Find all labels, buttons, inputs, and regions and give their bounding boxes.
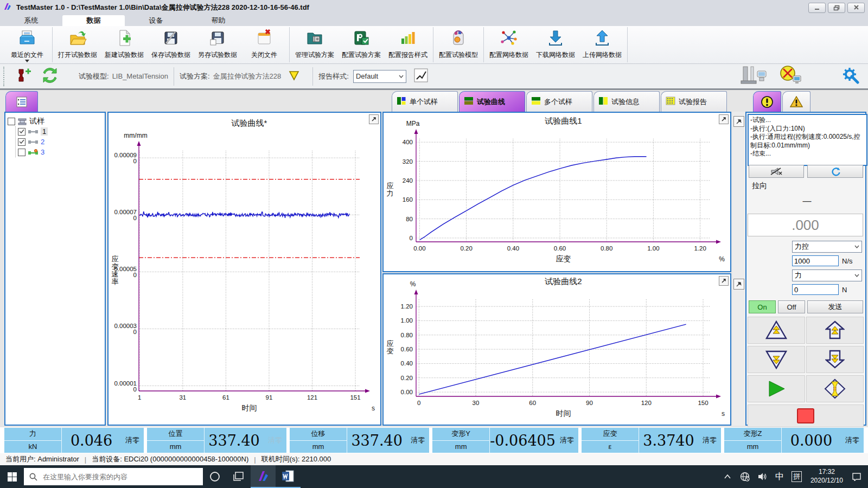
notification-center-button[interactable] bbox=[848, 465, 865, 488]
fast-down-button[interactable] bbox=[748, 346, 805, 373]
download-network-button[interactable]: 下载网络数据 bbox=[532, 27, 579, 62]
plan-dropdown-button[interactable] bbox=[289, 70, 299, 82]
menu-device[interactable]: 设备 bbox=[125, 15, 187, 26]
reconnect-button[interactable] bbox=[807, 165, 863, 178]
divider bbox=[174, 67, 174, 86]
rate-input[interactable] bbox=[792, 255, 839, 266]
target-input[interactable] bbox=[792, 284, 839, 295]
tab-test-curve[interactable]: 试验曲线 bbox=[459, 91, 525, 112]
tab-test-report[interactable]: 试验报告 bbox=[661, 91, 727, 112]
send-button[interactable]: 发送 bbox=[807, 300, 863, 313]
specimen-1-checkbox[interactable] bbox=[18, 128, 25, 136]
tree-root[interactable]: 试样 bbox=[8, 116, 103, 126]
config-plan-button[interactable]: 配置试验方案 bbox=[338, 27, 385, 62]
pin-button[interactable] bbox=[733, 116, 744, 127]
start-button[interactable] bbox=[0, 465, 24, 488]
clear-position-button[interactable]: 清零 bbox=[264, 428, 286, 453]
clear-displacement-button[interactable]: 清零 bbox=[406, 428, 429, 453]
clear-strain-button[interactable]: 清零 bbox=[698, 428, 721, 453]
pin-button[interactable] bbox=[733, 279, 744, 290]
stress-strain-chart[interactable]: 0.000.200.400.600.801.001.20080160240320… bbox=[384, 113, 729, 270]
new-data-button[interactable]: 新建试验数据 bbox=[101, 27, 148, 62]
tab-specimen-list[interactable] bbox=[5, 91, 38, 112]
chart-popout-button[interactable] bbox=[369, 114, 379, 124]
network-globe-icon[interactable] bbox=[737, 465, 753, 488]
refresh-button[interactable] bbox=[42, 67, 58, 85]
mute-alarm-button[interactable] bbox=[749, 165, 804, 178]
ime-language-indicator[interactable]: 中 bbox=[771, 465, 788, 488]
tab-warnings[interactable] bbox=[782, 91, 810, 112]
menu-data[interactable]: 数据 bbox=[62, 15, 125, 26]
save-data-button[interactable]: 保存试验数据 bbox=[148, 27, 194, 62]
strain-time-chart[interactable]: 03060901201500.000.200.400.600.801.001.2… bbox=[384, 274, 729, 423]
target-quantity-select[interactable]: 力 bbox=[792, 269, 862, 281]
open-data-button[interactable]: 打开试验数据 bbox=[54, 27, 101, 62]
tab-multi-specimen[interactable]: 多个试样 bbox=[526, 91, 592, 112]
specimen-item-1[interactable]: 1 bbox=[18, 126, 103, 137]
volume-icon[interactable] bbox=[754, 465, 770, 488]
close-button[interactable] bbox=[847, 3, 865, 13]
new-specimen-button[interactable] bbox=[15, 67, 33, 85]
search-input[interactable] bbox=[42, 472, 180, 481]
measure-value: 0.046 bbox=[62, 428, 121, 453]
specimen-2-checkbox[interactable] bbox=[18, 138, 25, 146]
config-network-button[interactable]: 配置网络数据 bbox=[486, 27, 532, 62]
tab-test-log[interactable] bbox=[753, 91, 781, 112]
specimen-1-label: 1 bbox=[41, 127, 48, 136]
clear-force-button[interactable]: 清零 bbox=[121, 428, 144, 453]
upload-network-button[interactable]: 上传网络数据 bbox=[579, 27, 626, 62]
open-folder-icon bbox=[68, 29, 87, 49]
tab-test-info[interactable]: 试验信息 bbox=[593, 91, 660, 112]
taskbar-app-testmaster[interactable] bbox=[251, 465, 276, 488]
report-style-select[interactable]: Default bbox=[353, 70, 406, 83]
manage-plan-button[interactable]: 管理试验方案 bbox=[291, 27, 338, 62]
config-report-button[interactable]: 配置报告样式 bbox=[385, 27, 431, 62]
svg-text:%: % bbox=[410, 280, 416, 288]
menu-help[interactable]: 帮助 bbox=[187, 15, 250, 26]
specimen-item-3[interactable]: 3 bbox=[18, 147, 103, 157]
up-button[interactable] bbox=[806, 317, 864, 344]
specimen-tree-panel: 试样 1 2 3 bbox=[4, 112, 106, 426]
minimize-button[interactable] bbox=[808, 3, 826, 13]
strain-rate-chart[interactable]: 13161911211510.0000100.0000300.0000500.0… bbox=[108, 113, 379, 423]
tab-single-specimen[interactable]: 单个试样 bbox=[392, 91, 458, 112]
task-view-button[interactable] bbox=[227, 465, 251, 488]
taskbar-clock[interactable]: 17:32 2020/12/10 bbox=[806, 468, 847, 485]
menu-system[interactable]: 系统 bbox=[0, 15, 62, 26]
tray-chevron-icon[interactable] bbox=[719, 465, 736, 488]
log-line: -执行:(入口力:10N) bbox=[750, 125, 865, 133]
down-button[interactable] bbox=[806, 346, 864, 373]
svg-text:应: 应 bbox=[387, 339, 394, 348]
save-as-data-button[interactable]: 另存试验数据 bbox=[194, 27, 241, 62]
windows-logo-icon bbox=[8, 472, 17, 481]
fast-up-button[interactable] bbox=[748, 317, 805, 344]
svg-text:121: 121 bbox=[307, 394, 317, 401]
root-checkbox[interactable] bbox=[8, 118, 15, 125]
recent-files-button[interactable]: 最近的文件 bbox=[4, 27, 50, 62]
connection-status-icon[interactable] bbox=[776, 65, 804, 87]
clear-deform-z-button[interactable]: 清零 bbox=[841, 428, 864, 453]
chart-popout-button[interactable] bbox=[719, 114, 729, 124]
stop-button[interactable] bbox=[748, 404, 864, 427]
start-test-button[interactable] bbox=[748, 375, 805, 402]
specimen-3-checkbox[interactable] bbox=[18, 149, 25, 156]
control-mode-select[interactable]: 力控 bbox=[792, 241, 862, 253]
taskbar-search[interactable] bbox=[24, 468, 203, 485]
close-file-button[interactable]: 关闭文件 bbox=[241, 27, 288, 62]
rate-row: N/s bbox=[792, 255, 853, 266]
taskbar-app-word[interactable] bbox=[276, 465, 301, 488]
on-button[interactable]: On bbox=[749, 300, 776, 313]
config-model-button[interactable]: 配置试验模型 bbox=[435, 27, 482, 62]
clear-deform-y-button[interactable]: 清零 bbox=[556, 428, 578, 453]
settings-button[interactable] bbox=[842, 67, 859, 86]
specimen-protect-button[interactable] bbox=[806, 375, 864, 402]
restore-button[interactable] bbox=[828, 3, 845, 13]
off-button[interactable]: Off bbox=[778, 300, 805, 313]
ime-mode-indicator[interactable]: 拼 bbox=[789, 465, 805, 488]
specimen-item-2[interactable]: 2 bbox=[18, 137, 103, 147]
svg-text:151: 151 bbox=[350, 394, 360, 401]
clock-time: 17:32 bbox=[810, 468, 843, 477]
chart-popout-button[interactable] bbox=[719, 276, 729, 286]
cortana-button[interactable] bbox=[203, 465, 227, 488]
curve-preview-button[interactable] bbox=[414, 67, 428, 85]
